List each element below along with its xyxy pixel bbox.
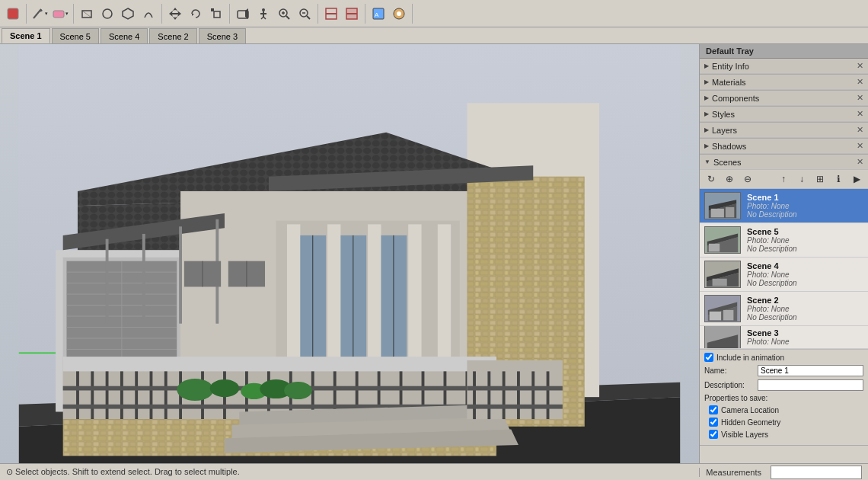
paint-btn[interactable]: A [369,4,388,24]
scene-name-input[interactable] [758,365,863,376]
scene-item-3[interactable]: Scene 3 Photo: None [700,326,868,349]
scene-thumbnail-4 [704,261,741,288]
camera-btn[interactable] [233,4,253,24]
arc-btn[interactable] [139,4,158,24]
scene-play-btn[interactable]: ▶ [850,172,863,186]
scene-refresh-btn[interactable]: ↻ [704,172,718,186]
shadows-close[interactable]: ✕ [857,141,863,151]
status-icon: ⊙ [6,467,13,476]
scene-desc-input[interactable] [758,379,863,391]
svg-rect-0 [8,8,18,19]
components-header[interactable]: ▶ Components ✕ [700,91,868,106]
layers-section: ▶ Layers ✕ [700,123,868,139]
include-animation-checkbox[interactable] [704,353,713,362]
styles-btn[interactable] [389,4,409,24]
visible-layers-checkbox[interactable] [709,430,718,439]
svg-point-14 [262,8,265,11]
svg-rect-134 [726,207,735,217]
layers-close[interactable]: ✕ [857,125,863,135]
panel-title: Default Tray [700,44,868,59]
select-btn[interactable] [3,4,23,24]
entity-info-header[interactable]: ▶ Entity Info ✕ [700,59,868,74]
measurements-input[interactable] [771,466,862,479]
scene-item-1[interactable]: Scene 1 Photo: None No Description [700,189,868,223]
shadows-arrow: ▶ [704,142,709,149]
scene-name-3: Scene 3 [747,328,863,338]
rotate-btn[interactable] [186,4,206,24]
tab-scene2[interactable]: Scene 2 [149,28,196,43]
zoom-extents-btn[interactable] [295,4,314,24]
scene-desc-1: No Description [747,210,863,219]
svg-rect-10 [214,11,220,18]
scenes-header[interactable]: ▼ Scenes ✕ [700,155,868,170]
scene-desc-5: No Description [747,245,863,253]
entity-info-label: Entity Info [712,62,749,71]
pencil-btn[interactable]: ▾ [30,4,49,24]
scene-name-5: Scene 5 [747,227,863,236]
move-btn[interactable] [165,4,185,24]
scene-info-btn[interactable]: ℹ [831,172,845,186]
entity-info-close[interactable]: ✕ [857,61,863,71]
zoom-btn[interactable] [274,4,294,24]
desc-key-label: Description: [704,381,758,389]
svg-rect-11 [211,8,214,11]
scene-remove-btn[interactable]: ⊖ [741,172,755,186]
toolbar-group-extra: A [369,4,413,24]
layers-header[interactable]: ▶ Layers ✕ [700,123,868,138]
camera-location-checkbox[interactable] [709,405,718,414]
3d-viewport[interactable] [0,44,699,463]
scene-grid-btn[interactable]: ⊞ [813,172,827,186]
rect-shape-btn[interactable] [77,4,97,24]
svg-line-5 [82,11,91,18]
tab-scene4[interactable]: Scene 4 [101,28,148,43]
tab-scene5[interactable]: Scene 5 [52,28,99,43]
view-section-btn[interactable] [342,4,362,24]
eraser-btn[interactable]: ▾ [50,4,70,24]
scale-btn[interactable] [206,4,226,24]
scene-item-5[interactable]: Scene 5 Photo: None No Description [700,223,868,258]
scene-move-up-btn[interactable]: ↑ [777,172,790,186]
materials-close[interactable]: ✕ [857,77,863,87]
section-cut-btn[interactable] [321,4,341,24]
shadows-label: Shadows [712,142,746,151]
tab-scene3[interactable]: Scene 3 [199,28,246,43]
scene-add-btn[interactable]: ⊕ [723,172,736,186]
props-to-save-label: Properties to save: [704,394,863,402]
scene-move-down-btn[interactable]: ↓ [795,172,809,186]
scenes-arrow: ▼ [704,158,710,165]
circle-btn[interactable] [97,4,117,24]
svg-rect-87 [63,357,496,371]
walk-btn[interactable] [254,4,273,24]
scenes-list: Scene 1 Photo: None No Description [700,189,868,349]
scene-thumbnail-1 [704,192,741,219]
include-animation-row: Include in animation [704,353,863,362]
scene-thumbnail-2 [704,295,741,322]
toolbar: ▾ ▾ [0,0,868,27]
svg-line-18 [263,17,266,19]
scene-item-4[interactable]: Scene 4 Photo: None No Description [700,258,868,292]
styles-close[interactable]: ✕ [857,109,863,119]
svg-point-33 [397,11,401,16]
hidden-geometry-checkbox[interactable] [709,418,718,427]
push-pull-btn[interactable] [118,4,138,24]
toolbar-group-draw: ▾ ▾ [30,4,74,24]
tab-scene1[interactable]: Scene 1 [2,28,50,43]
components-section: ▶ Components ✕ [700,91,868,107]
shadows-header[interactable]: ▶ Shadows ✕ [700,139,868,154]
scene-photo-4: Photo: None [747,270,863,279]
svg-line-20 [286,16,289,19]
scenes-close[interactable]: ✕ [857,157,863,167]
styles-header[interactable]: ▶ Styles ✕ [700,107,868,122]
scenes-section: ▼ Scenes ✕ ↻ ⊕ ⊖ ↑ ↓ ⊞ ℹ ▶ [700,155,868,446]
svg-point-113 [210,379,240,397]
materials-header[interactable]: ▶ Materials ✕ [700,75,868,90]
svg-rect-142 [713,279,727,286]
scene-info-2: Scene 2 Photo: None No Description [747,296,863,322]
svg-marker-8 [169,8,181,20]
svg-rect-138 [709,244,720,252]
right-panel: Default Tray ▶ Entity Info ✕ ▶ Materials… [699,44,868,463]
components-close[interactable]: ✕ [857,93,863,103]
svg-rect-133 [711,209,724,218]
svg-text:A: A [375,11,379,18]
scene-item-2[interactable]: Scene 2 Photo: None No Description [700,292,868,326]
